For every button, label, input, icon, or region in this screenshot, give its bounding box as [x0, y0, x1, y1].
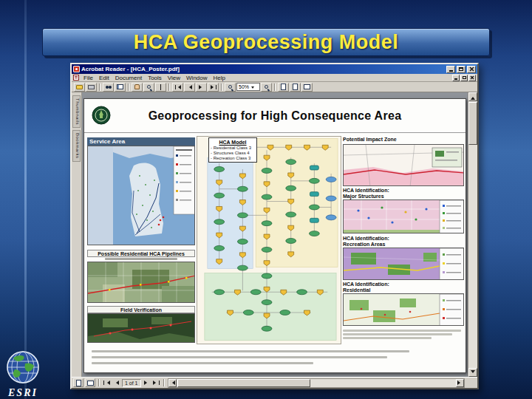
last-page-button[interactable]: [208, 83, 219, 92]
acrobat-statusbar: 1 of 1: [72, 377, 477, 388]
arrow-right-icon: [144, 381, 149, 385]
hca-model-line: - Recreation Class 3: [211, 156, 255, 161]
text-select-button[interactable]: [155, 83, 166, 92]
arrow-right-icon: [211, 85, 216, 89]
open-button[interactable]: [74, 83, 85, 92]
esri-wordmark: ESRI: [1, 387, 44, 398]
scroll-right-button[interactable]: [456, 379, 464, 387]
horizontal-scrollbar[interactable]: [168, 378, 465, 388]
zoom-level-select[interactable]: 50%: [236, 83, 260, 91]
major-structures-label-line1: HCA Identification:: [343, 188, 464, 194]
zoom-level-value: 50%: [239, 84, 249, 89]
residential-label-line1: HCA Identification:: [343, 282, 464, 287]
scroll-up-button[interactable]: [468, 92, 477, 101]
menu-help[interactable]: Help: [211, 74, 228, 82]
service-area-label: Service Area: [87, 137, 195, 146]
poster-footnote-line: [92, 356, 387, 358]
residential-label-line2: Residential: [343, 287, 464, 293]
recreation-label-line2: Recreation Areas: [343, 242, 464, 248]
slide-title-banner: HCA Geoprocessing Model: [42, 28, 490, 56]
close-button[interactable]: [467, 66, 476, 73]
scroll-left-button[interactable]: [168, 379, 177, 387]
recreation-areas-label: HCA Identification: Recreation Areas: [343, 236, 464, 248]
major-structures-label: HCA Identification: Major Structures: [343, 188, 464, 200]
arrow-up-icon: [471, 95, 475, 100]
horizontal-scroll-thumb[interactable]: [177, 379, 310, 387]
child-minimize-button[interactable]: [452, 75, 460, 81]
print-icon: [88, 85, 95, 89]
next-page-button[interactable]: [196, 83, 207, 92]
zoom-out-button[interactable]: [225, 83, 236, 92]
find-icon: [106, 86, 109, 89]
window-title: Acrobat Reader - [HCA_Poster.pdf]: [81, 64, 445, 74]
major-structures-map: [343, 200, 464, 233]
nav-pane-button[interactable]: [115, 83, 126, 92]
document-content-area: Thumbnails Bookmarks Geoprocessing for H…: [72, 92, 477, 377]
continuous-mode-button[interactable]: [85, 378, 95, 387]
last-page-nav-button[interactable]: [152, 378, 160, 387]
zoom-in-button[interactable]: [261, 83, 272, 92]
print-button[interactable]: [86, 83, 97, 92]
first-page-button[interactable]: [172, 83, 183, 92]
hand-tool-button[interactable]: [132, 83, 143, 92]
fit-page-button[interactable]: [290, 83, 301, 92]
service-area-map: [87, 146, 195, 245]
magnifier-icon: [147, 85, 151, 89]
menu-edit[interactable]: Edit: [96, 74, 112, 82]
arrow-right-icon: [153, 381, 158, 385]
residential-note-line: [343, 337, 432, 339]
fit-width-button[interactable]: [301, 83, 313, 92]
arrow-right-icon: [199, 85, 204, 89]
poster-header: Geoprocessing for High Consequence Area: [84, 99, 466, 133]
acrobat-window: Acrobat Reader - [HCA_Poster.pdf] File E…: [70, 63, 479, 389]
prev-page-button[interactable]: [184, 83, 195, 92]
page-indicator[interactable]: 1 of 1: [122, 379, 141, 387]
tab-thumbnails[interactable]: Thumbnails: [72, 95, 81, 128]
arrow-left-icon: [187, 85, 192, 89]
tab-bookmarks[interactable]: Bookmarks: [72, 130, 81, 162]
single-page-mode-button[interactable]: [73, 378, 83, 387]
actual-size-button[interactable]: [278, 83, 289, 92]
nav-pane-icon: [117, 84, 123, 89]
acrobat-app-icon: [73, 66, 80, 72]
statusbar-separator: [98, 379, 100, 386]
prev-page-nav-button[interactable]: [112, 378, 120, 387]
minimize-icon: [449, 70, 453, 72]
menu-window[interactable]: Window: [183, 74, 210, 82]
slide-title: HCA Geoprocessing Model: [134, 31, 399, 54]
maximize-button[interactable]: [457, 66, 466, 73]
esri-logo: ESRI: [1, 350, 44, 398]
first-page-nav-button[interactable]: [103, 378, 111, 387]
menu-file[interactable]: File: [81, 74, 96, 82]
vertical-scrollbar[interactable]: [468, 92, 477, 377]
minimize-button[interactable]: [446, 66, 455, 73]
zoom-tool-button[interactable]: [143, 83, 154, 92]
arrow-left-icon: [114, 381, 119, 385]
menu-tools[interactable]: Tools: [145, 74, 165, 82]
acrobat-menubar: File Edit Document Tools View Window Hel…: [72, 74, 477, 82]
vertical-scroll-thumb[interactable]: [468, 102, 477, 145]
poster-footnote-line: [92, 350, 409, 352]
document-icon[interactable]: [73, 75, 79, 81]
menu-document[interactable]: Document: [112, 74, 145, 82]
child-close-button[interactable]: [468, 75, 476, 81]
arrow-down-icon: [471, 370, 475, 375]
menu-view[interactable]: View: [165, 74, 183, 82]
scroll-down-button[interactable]: [468, 368, 477, 377]
arrow-left-icon: [176, 85, 181, 89]
toolbar-separator: [128, 83, 129, 91]
esri-globe-icon: [6, 350, 40, 384]
impact-zone-map: [343, 144, 464, 186]
find-button[interactable]: [103, 83, 114, 92]
toolbar-separator: [274, 83, 276, 91]
next-page-nav-button[interactable]: [143, 378, 151, 387]
child-restore-icon: [463, 76, 466, 79]
document-view: Geoprocessing for High Consequence Area …: [82, 92, 468, 377]
maximize-icon: [459, 67, 463, 71]
toolbar-separator: [99, 83, 100, 91]
acrobat-titlebar[interactable]: Acrobat Reader - [HCA_Poster.pdf]: [72, 64, 477, 74]
zoom-in-icon: [265, 85, 268, 89]
child-restore-button[interactable]: [460, 75, 468, 81]
residential-label: HCA Identification: Residential: [343, 282, 464, 293]
pipelines-map: [87, 262, 195, 303]
